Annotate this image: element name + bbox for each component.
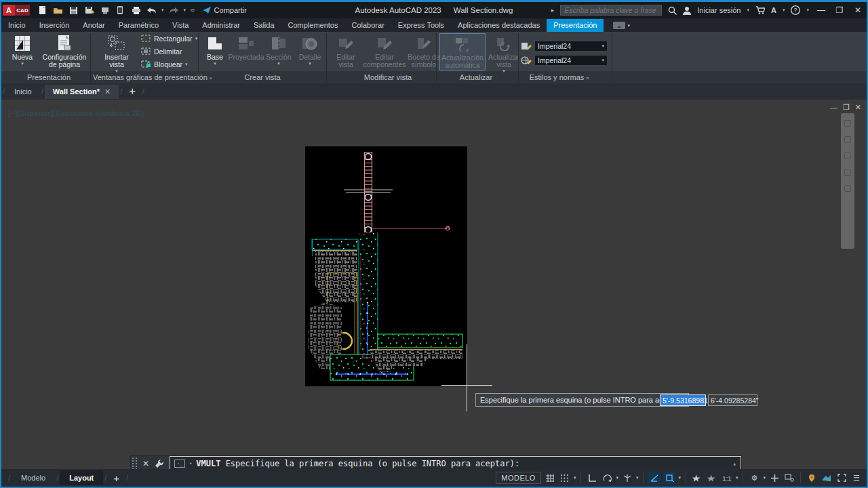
annotation-scale-caret-icon[interactable]: ▾ xyxy=(736,476,738,480)
object-snap-icon[interactable] xyxy=(663,472,675,484)
doc-minimize-button[interactable]: — xyxy=(830,103,837,112)
plot-icon[interactable] xyxy=(99,5,111,16)
command-dock-grip[interactable] xyxy=(132,458,137,470)
tab-presentacion[interactable]: Presentación xyxy=(547,19,604,32)
file-tab-close-icon[interactable]: ✕ xyxy=(104,87,111,96)
tab-anotar[interactable]: Anotar xyxy=(76,19,111,32)
annotation-visibility-icon[interactable] xyxy=(691,472,703,484)
share-button[interactable]: Compartir xyxy=(202,6,247,14)
tab-inicio[interactable]: Inicio xyxy=(1,19,33,32)
tab-colaborar[interactable]: Colaborar xyxy=(345,19,391,32)
lock-viewport-button[interactable]: Bloquear▾ xyxy=(141,60,188,68)
new-drawing-tab-button[interactable]: + xyxy=(123,85,140,98)
tab-administrar[interactable]: Administrar xyxy=(195,19,247,32)
model-space-tab[interactable]: Modelo xyxy=(12,470,55,485)
isodraft-caret-icon[interactable]: ▾ xyxy=(636,476,639,480)
maximize-button[interactable]: ❐ xyxy=(833,5,846,15)
command-close-icon[interactable]: ✕ xyxy=(142,459,149,468)
view-style-select[interactable]: Imperial24▾ xyxy=(534,41,608,52)
drawing-area[interactable]: [−][Superior][Estructura alámbrica 2D] —… xyxy=(1,100,867,471)
polar-caret-icon[interactable]: ▾ xyxy=(616,476,618,480)
undo-caret-icon[interactable]: ▾ xyxy=(161,8,164,12)
annotation-scale-button[interactable]: 1:1 xyxy=(721,472,733,484)
drafting-standard-select[interactable]: Imperial24▾ xyxy=(534,55,608,66)
page-setup-button[interactable]: Configuración de página xyxy=(39,34,90,68)
tab-aplicaciones-destacadas[interactable]: Aplicaciones destacadas xyxy=(451,19,547,32)
command-customize-icon[interactable] xyxy=(155,459,164,468)
tab-complementos[interactable]: Complementos xyxy=(281,19,345,32)
file-tab-label: Wall Section* xyxy=(53,87,100,96)
close-button[interactable]: ✕ xyxy=(852,5,864,15)
navigation-bar[interactable] xyxy=(841,113,854,249)
command-input[interactable]: ›_ ▾ VMULT Especifique la primera esquin… xyxy=(170,456,741,470)
customization-menu-icon[interactable]: ☰ xyxy=(850,472,863,484)
annotation-autoscale-icon[interactable] xyxy=(706,472,718,484)
geolocation-icon[interactable] xyxy=(806,472,818,484)
tab-vista[interactable]: Vista xyxy=(165,19,195,32)
osnap-caret-icon[interactable]: ▾ xyxy=(678,476,681,480)
search-expand-icon[interactable]: ▸ xyxy=(551,8,555,12)
file-tab-inicio[interactable]: Inicio xyxy=(6,85,40,98)
app-caret-icon[interactable]: ▾ xyxy=(783,8,785,12)
redo-caret-icon[interactable]: ▾ xyxy=(184,8,186,12)
doc-close-button[interactable]: ✕ xyxy=(855,103,861,112)
new-layout-tab-button[interactable]: + xyxy=(108,472,125,484)
mobile-upload-icon[interactable] xyxy=(115,5,126,16)
layout-viewport[interactable] xyxy=(305,146,467,386)
command-expand-icon[interactable]: ▴ xyxy=(733,460,736,467)
search-icon[interactable] xyxy=(668,6,677,15)
polar-tracking-icon[interactable] xyxy=(601,472,613,484)
tab-salida[interactable]: Salida xyxy=(247,19,281,32)
nav-wheel-icon xyxy=(844,120,851,127)
signin-label[interactable]: Iniciar sesión xyxy=(697,6,741,14)
clean-screen-icon[interactable] xyxy=(835,472,848,484)
graphics-performance-icon[interactable] xyxy=(821,472,833,484)
clip-viewport-button[interactable]: Delimitar xyxy=(141,47,182,56)
save-as-icon[interactable] xyxy=(83,5,95,16)
save-icon[interactable] xyxy=(68,5,79,16)
new-file-icon[interactable] xyxy=(37,5,48,16)
open-folder-icon[interactable] xyxy=(52,5,64,16)
autocad-logo[interactable]: A CAD xyxy=(3,5,30,16)
ortho-icon[interactable] xyxy=(586,472,598,484)
file-tab-wall-section[interactable]: Wall Section* ✕ xyxy=(45,85,119,99)
help-icon[interactable]: ? xyxy=(791,5,800,15)
isodraft-icon[interactable] xyxy=(621,472,633,484)
tab-insercion[interactable]: Inserción xyxy=(33,19,77,32)
snap-caret-icon[interactable]: ▾ xyxy=(574,476,576,480)
recent-commands-icon[interactable]: ›_ xyxy=(174,460,185,468)
model-paper-toggle[interactable]: MODELO xyxy=(496,472,541,484)
ribbon-display-toggle[interactable]: ▾ xyxy=(613,22,630,29)
dynamic-input-y-field[interactable]: 6'-4.09285284" xyxy=(708,394,757,406)
redo-icon[interactable] xyxy=(168,5,180,16)
layout-tab[interactable]: Layout xyxy=(60,470,103,485)
base-view-button[interactable]: Base▾ xyxy=(202,34,228,66)
print-icon[interactable] xyxy=(130,5,142,16)
insert-view-button[interactable]: Insertar vista▾ xyxy=(98,34,136,73)
autodesk-app-icon[interactable]: A xyxy=(771,6,776,14)
object-snap-tracking-icon[interactable] xyxy=(648,472,660,484)
dynamic-input-x-field[interactable]: 5'-9.53168981" xyxy=(660,394,706,406)
cart-icon[interactable] xyxy=(755,6,765,14)
signin-caret-icon[interactable]: ▾ xyxy=(747,8,750,12)
grid-icon[interactable] xyxy=(544,472,556,484)
recent-commands-caret-icon[interactable]: ▾ xyxy=(189,462,192,466)
viewport-controls-label[interactable]: [−][Superior][Estructura alámbrica 2D] xyxy=(8,109,144,117)
workspace-caret-icon[interactable]: ▾ xyxy=(763,476,766,480)
new-layout-button[interactable]: Nueva▾ xyxy=(7,34,38,66)
isolate-objects-icon[interactable] xyxy=(783,472,795,484)
help-caret-icon[interactable]: ▾ xyxy=(806,8,809,12)
keyword-search-input[interactable] xyxy=(560,5,662,16)
rectangular-viewport-button[interactable]: Rectangular▾ xyxy=(141,34,197,43)
annotation-monitor-icon[interactable] xyxy=(768,472,781,484)
minimize-button[interactable]: — xyxy=(815,5,827,15)
snap-icon[interactable] xyxy=(559,472,571,484)
tab-parametrico[interactable]: Paramétrico xyxy=(112,19,165,32)
tab-express-tools[interactable]: Express Tools xyxy=(391,19,451,32)
undo-icon[interactable] xyxy=(146,5,157,16)
qat-customize-icon[interactable]: ≂ xyxy=(190,8,195,12)
auto-update-icon xyxy=(454,35,471,54)
workspace-gear-icon[interactable]: ⚙ xyxy=(748,472,760,484)
auto-update-button[interactable]: Actualización automática xyxy=(440,34,485,70)
doc-restore-button[interactable]: ❐ xyxy=(843,103,850,112)
